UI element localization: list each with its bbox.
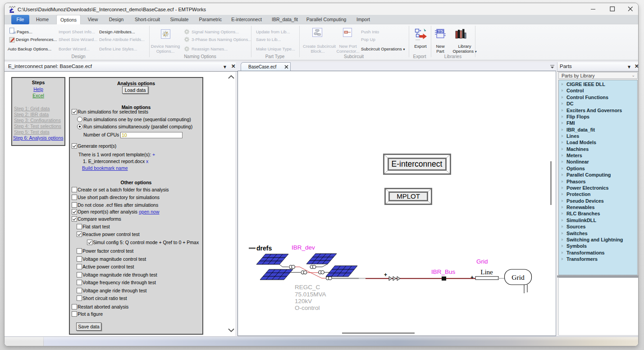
svg-text:IBR_Bus: IBR_Bus [431,268,456,275]
svg-text:Line: Line [480,268,493,276]
svg-text:IBR_dev: IBR_dev [292,244,315,251]
svg-text:Q-control: Q-control [295,305,320,310]
svg-text:+: + [470,274,474,281]
svg-text:Grid: Grid [512,273,525,281]
svg-text:MPLOT: MPLOT [397,192,420,200]
svg-text:120kV: 120kV [295,298,312,305]
svg-text:E-interconnect: E-interconnect [392,159,443,168]
svg-text:+: + [384,272,387,278]
svg-text:drefs: drefs [256,245,272,252]
svg-text:Grid: Grid [476,258,488,265]
svg-text:ABC: ABC [437,30,443,33]
svg-text:75.015MVA: 75.015MVA [295,291,326,298]
svg-text:REGC_C: REGC_C [295,284,320,291]
